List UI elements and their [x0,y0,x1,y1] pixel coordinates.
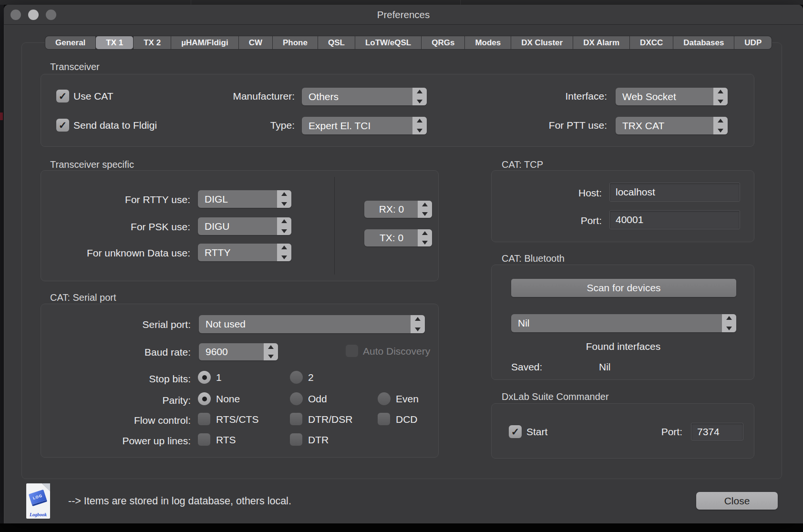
psk-use-select[interactable]: DIGU [198,217,291,235]
rtty-use-label: For RTTY use: [72,193,190,206]
logbook-badge: LOG [32,493,43,501]
close-window-button[interactable] [10,10,21,20]
bluetooth-device-select[interactable]: Nil [511,314,736,332]
baud-rate-value: 9600 [206,346,228,358]
background-divider [191,0,191,5]
flow-rtscts-checkbox[interactable] [198,413,210,425]
tab-udp[interactable]: UDP [734,36,772,49]
tab-modes[interactable]: Modes [465,36,511,49]
tab-databases[interactable]: Databases [673,36,734,49]
close-button[interactable]: Close [696,492,778,510]
parity-odd-radio[interactable] [290,392,303,405]
zoom-window-button[interactable] [46,10,56,20]
flow-rtscts-label: RTS/CTS [216,413,258,426]
stepper-arrows-icon [412,88,427,105]
baud-rate-label: Baud rate: [86,346,191,358]
send-fldigi-label: Send data to Fldigi [73,119,157,132]
tab-qsl[interactable]: QSL [318,36,355,49]
host-field[interactable]: localhost [609,183,740,202]
rtty-use-value: DIGL [205,194,228,205]
rtty-use-select[interactable]: DIGL [198,190,291,208]
stop-bits-2-radio[interactable] [290,371,303,384]
stepper-arrows-icon [264,343,278,360]
background-window-strip [0,0,803,5]
power-dtr-checkbox[interactable] [290,433,302,446]
manufacturer-select[interactable]: Others [302,88,427,105]
serial-port-label: Serial port: [86,318,191,331]
traffic-lights [10,10,56,20]
footer-note: --> Items are stored in log database, ot… [68,495,291,508]
flow-dtrdsr-checkbox[interactable] [290,413,302,425]
stepper-arrows-icon [277,244,291,261]
commander-port-field[interactable]: 7374 [691,423,743,440]
cat-bluetooth-group-label: CAT: Bluetooth [502,253,565,264]
stepper-arrows-icon [411,315,425,333]
unknown-data-use-value: RTTY [205,247,230,258]
use-cat-label: Use CAT [73,90,113,102]
use-cat-checkbox[interactable] [56,90,69,102]
auto-discovery-checkbox[interactable] [346,345,358,357]
tab-cw[interactable]: CW [239,36,272,49]
background-bottom-strip [0,523,803,532]
minimize-window-button[interactable] [28,10,39,20]
tab-phone[interactable]: Phone [273,36,318,49]
logbook-caption: Logbook [26,512,50,517]
found-interfaces-label: Found interfaces [492,340,755,353]
tcp-port-field[interactable]: 40001 [609,210,740,229]
tab-tx2[interactable]: TX 2 [134,36,171,49]
transceiver-group: Use CAT Send data to Fldigi Manufacturer… [41,74,754,147]
ptt-label: For PTT use: [515,119,607,132]
tcp-port-label: Port: [530,214,602,227]
rx-value: RX: 0 [379,204,404,215]
interface-select[interactable]: Web Socket [616,88,728,105]
transceiver-group-label: Transceiver [50,61,100,72]
tab-qrgs[interactable]: QRGs [422,36,464,49]
rx-stepper[interactable]: RX: 0 [364,201,432,218]
power-rts-checkbox[interactable] [198,433,210,446]
tab-tx1[interactable]: TX 1 [96,36,133,49]
saved-value: Nil [599,360,611,373]
tab-general[interactable]: General [45,36,95,49]
unknown-data-use-label: For unknown Data use: [53,246,190,259]
parity-even-label: Even [396,392,419,405]
tab-dxcc[interactable]: DXCC [630,36,673,49]
tab-uham-fldigi[interactable]: µHAM/Fldigi [171,36,238,49]
commander-start-label: Start [526,425,547,438]
scan-for-devices-button[interactable]: Scan for devices [511,279,736,297]
background-left-strip [0,5,4,523]
baud-rate-select[interactable]: 9600 [199,343,278,360]
commander-group-label: DxLab Suite Commander [502,391,609,402]
serial-port-select[interactable]: Not used [199,315,425,333]
parity-none-radio[interactable] [198,392,211,405]
preferences-window: Preferences General TX 1 TX 2 µHAM/Fldig… [4,5,803,523]
type-select[interactable]: Expert El. TCI [302,117,427,134]
stop-bits-label: Stop bits: [86,372,191,385]
send-fldigi-checkbox[interactable] [56,119,69,132]
commander-group: Start Port: 7374 [491,403,754,459]
tx-stepper[interactable]: TX: 0 [364,229,432,246]
tab-dx-cluster[interactable]: DX Cluster [511,36,573,49]
titlebar[interactable]: Preferences [4,5,803,25]
interface-value: Web Socket [622,91,676,102]
stepper-arrows-icon [418,201,432,218]
flow-dcd-checkbox[interactable] [378,413,390,425]
type-label: Type: [191,119,295,132]
ptt-select[interactable]: TRX CAT [616,117,728,134]
tab-dx-alarm[interactable]: DX Alarm [573,36,629,49]
stop-bits-1-label: 1 [216,371,222,384]
power-up-lines-label: Power up lines: [86,434,191,447]
parity-even-radio[interactable] [378,392,391,405]
stepper-arrows-icon [412,117,427,134]
stop-bits-1-radio[interactable] [198,371,211,384]
cat-bluetooth-group: Scan for devices Nil Found interfaces Sa… [491,265,754,380]
saved-label: Saved: [511,360,542,373]
parity-odd-label: Odd [308,392,327,405]
transceiver-specific-group-label: Transceiver specific [50,159,134,170]
commander-start-checkbox[interactable] [509,425,522,438]
ptt-value: TRX CAT [622,120,664,132]
flow-control-label: Flow control: [86,414,191,427]
tab-lotw-eqsl[interactable]: LoTW/eQSL [355,36,421,49]
unknown-data-use-select[interactable]: RTTY [198,244,291,261]
type-value: Expert El. TCI [309,120,371,132]
stop-bits-2-label: 2 [308,371,314,384]
